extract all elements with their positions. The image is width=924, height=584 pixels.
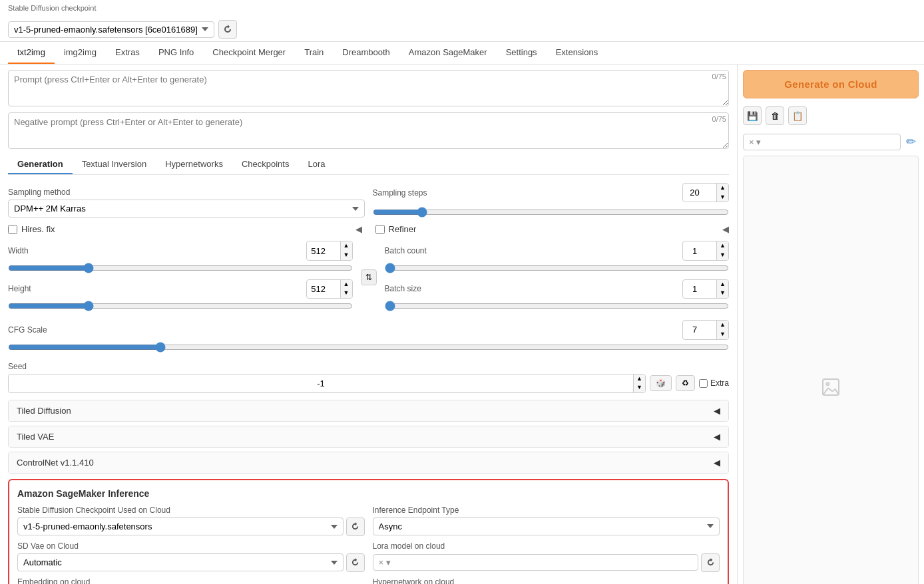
seed-up[interactable]: ▲ xyxy=(634,374,645,384)
tab-sagemaker[interactable]: Amazon SageMaker xyxy=(399,42,497,64)
batch-size-input[interactable]: 1 xyxy=(683,281,716,297)
sm-checkpoint-refresh-button[interactable] xyxy=(346,517,365,536)
style-clear[interactable]: × ▾ xyxy=(749,137,761,147)
sm-endpoint-type-select[interactable]: Async xyxy=(373,517,720,535)
seed-extra-checkbox[interactable] xyxy=(699,379,708,388)
refiner-checkbox[interactable] xyxy=(375,225,385,234)
cfg-scale-input[interactable]: 7 xyxy=(683,322,716,337)
batch-count-down[interactable]: ▼ xyxy=(717,251,728,260)
width-value-group[interactable]: 512 ▲ ▼ xyxy=(306,241,353,260)
sampling-steps-input[interactable]: 20 xyxy=(683,185,716,200)
sampling-steps-up[interactable]: ▲ xyxy=(717,184,728,193)
tab-extras[interactable]: Extras xyxy=(106,42,149,64)
tab-checkpoint-merger[interactable]: Checkpoint Merger xyxy=(203,42,295,64)
sampling-steps-down[interactable]: ▼ xyxy=(717,193,728,202)
hires-fix-checkbox[interactable] xyxy=(8,225,17,234)
sm-vae-select[interactable]: Automatic xyxy=(17,553,344,571)
height-input[interactable]: 512 xyxy=(307,281,340,297)
seed-down[interactable]: ▼ xyxy=(634,383,645,392)
style-input[interactable]: × ▾ xyxy=(743,134,901,150)
extra-networks-button[interactable]: 📋 xyxy=(788,106,807,125)
tab-txt2img[interactable]: txt2img xyxy=(8,42,55,64)
tab-pnginfo[interactable]: PNG Info xyxy=(149,42,203,64)
width-down[interactable]: ▼ xyxy=(341,251,352,260)
controlnet-header[interactable]: ControlNet v1.1.410 ◀ xyxy=(9,452,728,473)
width-slider[interactable] xyxy=(8,263,353,273)
hires-fix-arrow[interactable]: ◀ xyxy=(355,224,362,234)
batch-count-value-group[interactable]: 1 ▲ ▼ xyxy=(682,241,729,260)
width-input[interactable]: 512 xyxy=(307,243,340,259)
swap-icon: ⇅ xyxy=(365,273,372,282)
tab-settings[interactable]: Settings xyxy=(497,42,547,64)
batch-count-input[interactable]: 1 xyxy=(683,243,716,259)
negative-prompt-counter: 0/75 xyxy=(712,115,726,123)
batch-count-slider[interactable] xyxy=(385,263,730,273)
save-style-button[interactable]: 💾 xyxy=(743,106,762,125)
sub-tab-hypernetworks[interactable]: Hypernetworks xyxy=(156,155,232,174)
sm-hypernetwork-label: Hypernetwork on cloud xyxy=(373,577,720,584)
sm-checkpoint-select[interactable]: v1-5-pruned-emaonly.safetensors xyxy=(17,517,344,535)
sampling-steps-value[interactable]: 20 ▲ ▼ xyxy=(682,183,729,202)
tab-dreambooth[interactable]: Dreambooth xyxy=(333,42,399,64)
recycle-icon: ♻ xyxy=(682,378,689,388)
batch-size-label: Batch size xyxy=(385,284,421,293)
sm-lora-input[interactable]: × ▾ xyxy=(373,554,699,571)
seed-input[interactable]: -1 xyxy=(9,376,633,391)
tab-extensions[interactable]: Extensions xyxy=(547,42,608,64)
tiled-vae-header[interactable]: Tiled VAE ◀ xyxy=(9,426,728,447)
sub-tab-generation[interactable]: Generation xyxy=(8,155,73,174)
sm-lora-refresh-button[interactable] xyxy=(701,553,720,572)
batch-size-value-group[interactable]: 1 ▲ ▼ xyxy=(682,279,729,299)
sagemaker-title: Amazon SageMaker Inference xyxy=(17,488,720,499)
generate-on-cloud-button[interactable]: Generate on Cloud xyxy=(743,70,919,98)
clear-style-button[interactable]: 🗑 xyxy=(766,106,784,125)
checkpoint-dropdown[interactable]: v1-5-pruned-emaonly.safetensors [6ce0161… xyxy=(8,21,214,38)
tiled-diffusion-header[interactable]: Tiled Diffusion ◀ xyxy=(9,400,728,421)
height-down[interactable]: ▼ xyxy=(341,289,352,298)
tab-img2img[interactable]: img2img xyxy=(55,42,106,64)
sm-vae-refresh-button[interactable] xyxy=(346,553,365,572)
style-input-row: × ▾ ✏ xyxy=(743,133,919,150)
sm-checkpoint-refresh-icon xyxy=(351,522,359,531)
sub-tab-textual-inversion[interactable]: Textual Inversion xyxy=(73,155,156,174)
cfg-scale-slider[interactable] xyxy=(8,342,729,353)
seed-reset-button[interactable]: ♻ xyxy=(676,375,695,391)
height-slider[interactable] xyxy=(8,301,353,311)
refiner-label: Refiner xyxy=(389,224,417,234)
sm-lora-clear[interactable]: × ▾ xyxy=(379,557,391,567)
refiner-arrow[interactable]: ◀ xyxy=(722,224,729,234)
swap-dimensions-button[interactable]: ⇅ xyxy=(361,269,377,285)
positive-prompt-counter: 0/75 xyxy=(712,73,726,80)
sub-tab-lora[interactable]: Lora xyxy=(298,155,334,174)
batch-size-slider[interactable] xyxy=(385,301,730,311)
seed-value-group[interactable]: -1 ▲ ▼ xyxy=(8,374,646,393)
height-up[interactable]: ▲ xyxy=(341,280,352,289)
sub-tab-checkpoints[interactable]: Checkpoints xyxy=(232,155,299,174)
batch-size-down[interactable]: ▼ xyxy=(717,289,728,298)
seed-recycle-button[interactable]: 🎲 xyxy=(650,375,672,391)
edit-style-button[interactable]: ✏ xyxy=(903,133,919,150)
extra-networks-icon: 📋 xyxy=(792,111,804,121)
height-value-group[interactable]: 512 ▲ ▼ xyxy=(306,279,353,299)
positive-prompt-input[interactable] xyxy=(8,70,729,106)
tab-train[interactable]: Train xyxy=(295,42,333,64)
sampling-method-select[interactable]: DPM++ 2M Karras xyxy=(8,200,365,218)
sm-vae-label: SD Vae on Cloud xyxy=(17,541,365,551)
tiled-diffusion-section: Tiled Diffusion ◀ xyxy=(8,400,729,422)
negative-prompt-input[interactable] xyxy=(8,112,729,149)
batch-size-up[interactable]: ▲ xyxy=(717,280,728,289)
height-label: Height xyxy=(8,284,31,293)
sm-lora-refresh-icon xyxy=(706,558,715,567)
width-up[interactable]: ▲ xyxy=(341,241,352,251)
cfg-scale-down[interactable]: ▼ xyxy=(717,330,728,339)
batch-count-up[interactable]: ▲ xyxy=(717,241,728,251)
refresh-checkpoint-button[interactable] xyxy=(218,20,237,39)
sampling-steps-slider[interactable] xyxy=(373,207,730,218)
batch-count-label: Batch count xyxy=(385,246,427,255)
width-label: Width xyxy=(8,246,29,255)
tiled-diffusion-label: Tiled Diffusion xyxy=(17,406,71,416)
cfg-scale-up[interactable]: ▲ xyxy=(717,321,728,330)
cfg-scale-value-group[interactable]: 7 ▲ ▼ xyxy=(682,320,729,339)
main-tabs: txt2img img2img Extras PNG Info Checkpoi… xyxy=(0,42,924,65)
trash-icon-2: 🗑 xyxy=(771,111,780,121)
